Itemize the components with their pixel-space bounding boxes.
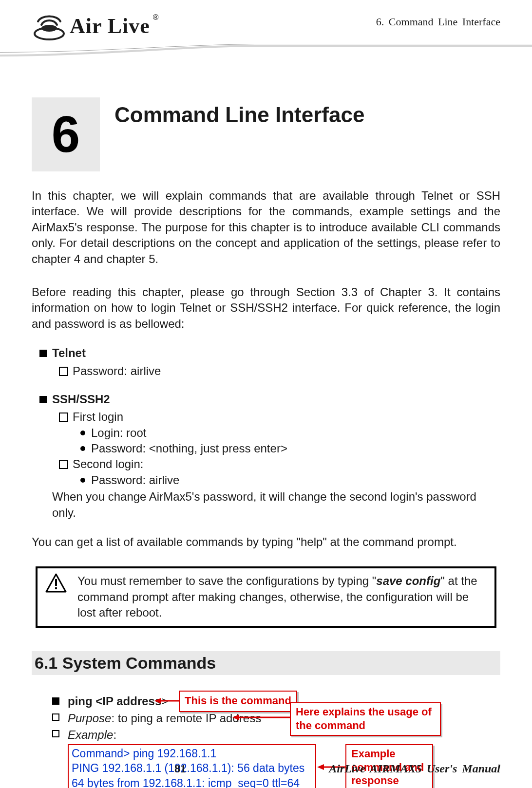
warning-text: You must remember to save the configurat… [77, 573, 487, 620]
ping-purpose-label: Purpose [68, 712, 111, 725]
filled-square-icon [52, 697, 59, 705]
ssh-first-login-user: Login: root [73, 425, 500, 441]
header-divider-icon [0, 44, 532, 58]
login-methods-list: Telnet Password: airlive SSH/SSH2 First … [32, 345, 500, 521]
arrow-left-icon [154, 695, 180, 706]
warning-box: You must remember to save the configurat… [36, 566, 496, 627]
svg-rect-2 [55, 579, 57, 586]
page-footer: 81 AirLive AIRMAX5 User's Manual [0, 761, 532, 776]
arrow-left-icon [232, 712, 291, 723]
warning-icon [45, 573, 67, 593]
svg-marker-5 [154, 698, 161, 704]
page: Air Live ® 6. Command Line Interface 6 C… [0, 0, 532, 788]
svg-marker-7 [232, 714, 239, 720]
ping-output-line: 64 bytes from 192.168.1.1: icmp_seq=0 tt… [72, 776, 312, 788]
svg-rect-3 [55, 587, 57, 589]
chapter-heading: 6 Command Line Interface [32, 97, 500, 171]
telnet-label: Telnet [52, 346, 86, 359]
callout-usage: Here explains the usage of the command [290, 702, 441, 736]
before-paragraph: Before reading this chapter, please go t… [32, 284, 500, 332]
ssh-first-login-label: First login [73, 410, 123, 423]
callout-command: This is the command [179, 691, 297, 712]
hollow-square-icon [52, 730, 59, 737]
page-number: 81 [174, 761, 186, 776]
manual-title: AirLive AIRMAX5 User's Manual [329, 761, 500, 776]
telnet-section: Telnet Password: airlive [32, 345, 500, 379]
section-heading: 6.1 System Commands [32, 651, 500, 675]
warning-pre: You must remember to save the configurat… [77, 574, 376, 587]
logo-mark-icon [32, 12, 67, 41]
trademark-icon: ® [153, 12, 159, 23]
logo-text: Air Live [70, 12, 150, 40]
svg-point-1 [41, 25, 57, 32]
ping-example-colon: : [113, 728, 116, 741]
ssh-second-login-label: Second login: [73, 457, 143, 470]
ssh-second-login: Second login: Password: airlive [52, 456, 500, 488]
telnet-password: Password: airlive [52, 363, 500, 379]
help-line: You can get a list of available commands… [32, 534, 500, 550]
brand-logo: Air Live ® [32, 12, 159, 41]
ping-output-line: Command> ping 192.168.1.1 [72, 746, 312, 761]
ssh-first-login: First login Login: root Password: <nothi… [52, 409, 500, 456]
intro-paragraph: In this chapter, we will explain command… [32, 188, 500, 267]
ssh-section: SSH/SSH2 First login Login: root Passwor… [32, 392, 500, 521]
ping-command-label: ping <IP address> [68, 694, 168, 708]
ssh-label: SSH/SSH2 [52, 393, 110, 406]
ping-command-text: ping <IP address [68, 694, 161, 708]
chapter-title: Command Line Interface [114, 100, 364, 129]
content: 6 Command Line Interface In this chapter… [32, 97, 500, 754]
running-header: 6. Command Line Interface [376, 15, 500, 29]
ssh-first-login-pass: Password: <nothing, just press enter> [73, 441, 500, 456]
ping-example-label: Example [68, 728, 113, 741]
hollow-square-icon [52, 713, 59, 721]
chapter-number: 6 [32, 97, 100, 171]
warning-bold: save config [376, 574, 440, 587]
ssh-password-note: When you change AirMax5's password, it w… [52, 489, 500, 521]
page-header: Air Live ® 6. Command Line Interface [0, 0, 532, 49]
ssh-second-login-pass: Password: airlive [73, 472, 500, 488]
